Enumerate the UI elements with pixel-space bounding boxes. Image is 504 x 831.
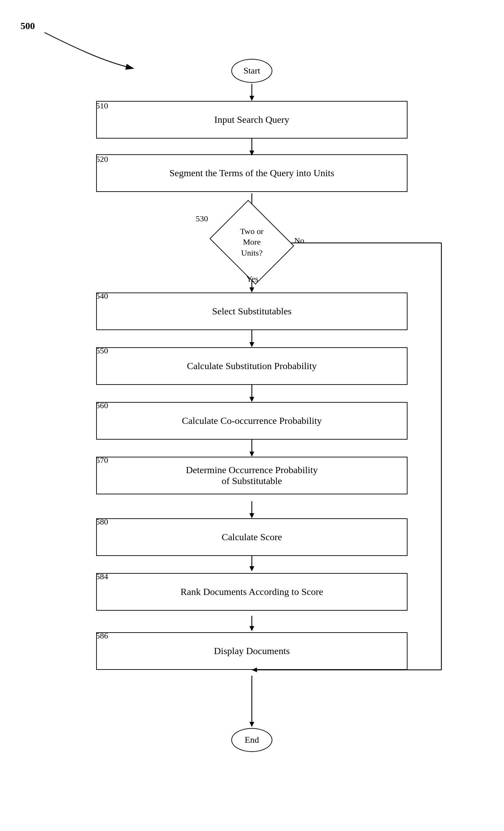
step-584-box: Rank Documents According to Score <box>96 573 408 611</box>
svg-marker-19 <box>249 626 254 631</box>
step-550-box: Calculate Substitution Probability <box>96 347 408 385</box>
end-node: End <box>231 728 272 752</box>
step-510-box: Input Search Query <box>96 101 408 139</box>
step-570-box: Determine Occurrence Probability of Subs… <box>96 457 408 494</box>
svg-marker-7 <box>249 287 254 293</box>
svg-marker-13 <box>249 452 254 457</box>
step-560-box: Calculate Co-occurrence Probability <box>96 402 408 440</box>
step-530-diamond: Two orMoreUnits? <box>214 211 289 273</box>
svg-marker-17 <box>249 566 254 571</box>
flowchart-diagram: 500 <box>0 0 504 831</box>
step-586-box: Display Documents <box>96 632 408 670</box>
svg-marker-11 <box>249 397 254 402</box>
step-530-label: 530 <box>196 214 208 223</box>
svg-marker-21 <box>249 722 254 727</box>
start-node: Start <box>231 59 272 83</box>
yes-label: Yes <box>246 274 258 284</box>
svg-marker-1 <box>249 96 254 101</box>
svg-marker-9 <box>249 342 254 347</box>
svg-marker-15 <box>249 513 254 518</box>
step-520-box: Segment the Terms of the Query into Unit… <box>96 154 408 192</box>
step-540-box: Select Substitutables <box>96 293 408 330</box>
figure-label: 500 <box>21 21 35 31</box>
step-580-box: Calculate Score <box>96 518 408 556</box>
no-label: No <box>294 236 304 245</box>
